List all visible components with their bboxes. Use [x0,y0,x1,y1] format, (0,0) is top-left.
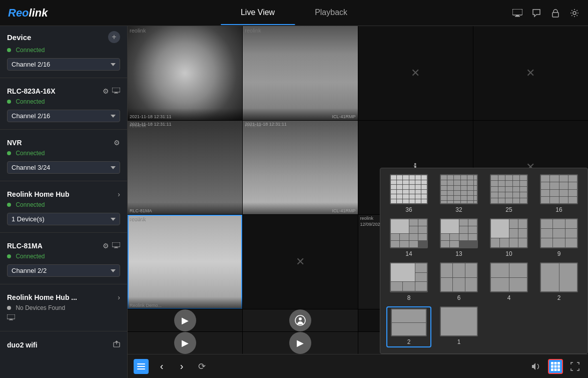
grid-option-6[interactable]: for(let i=0;i<6;i++) document.write('<di… [436,262,481,301]
svg-rect-19 [137,368,145,369]
grid-25-label: 25 [505,206,512,213]
svg-rect-1 [516,15,519,16]
camera-cell-14[interactable] [243,309,357,331]
hub2-status: No Devices Found [16,304,65,311]
device-nvr-name: NVR [7,139,22,147]
camera-cell-5[interactable]: reolink 2021-11-18 12:31:11 RLC-81MA [128,121,242,215]
next-button[interactable]: › [175,359,189,373]
prev-button[interactable]: ‹ [155,359,169,373]
grid-option-4[interactable]: for(let i=0;i<4;i++) document.write('<di… [486,262,531,301]
device-rlc81-section: RLC-81MA ⚙ Connected Channel 2/2 [0,237,127,280]
svg-rect-21 [554,362,557,364]
camera-cell-18[interactable]: ▶ [243,332,357,354]
camera-cell-3[interactable]: ✕ [358,26,473,120]
content-area: reolink 2021-11-18 12:31:11 reolink ICL-… [128,26,588,378]
home-hub2-name: Reolink Home Hub ... [7,293,77,301]
duo2-icons [113,340,120,349]
grid-8-label: 8 [407,294,411,301]
grid-option-1[interactable]: 1 [436,306,481,347]
chevron-right-icon[interactable]: › [118,190,120,198]
camera-cell-17[interactable]: ▶ [128,332,242,354]
camera-cell-9[interactable]: reolink 2021-11-18 12:31:11 Reolink Demo… [128,215,242,309]
grid-option-2a[interactable]: 2 [536,262,581,301]
play-btn-17[interactable]: ▶ [174,332,196,354]
chevron-right-icon-2[interactable]: › [118,293,120,301]
device-rlc-row: RLC-823A-16X ⚙ [7,87,120,95]
svg-point-4 [573,12,576,15]
device-rlc81-name: RLC-81MA [7,242,43,250]
svg-rect-11 [7,314,15,319]
grid-option-32[interactable]: for(let i=0;i<36;i++) document.write('<d… [436,174,481,213]
tab-live-view[interactable]: Live View [221,1,295,25]
svg-rect-10 [114,248,118,248]
monitor-icon[interactable] [512,8,523,19]
lock-icon[interactable] [550,8,561,19]
device-nvr-icons: ⚙ [114,139,120,147]
grid-layout-button[interactable] [548,359,563,374]
grid-16-label: 16 [555,206,562,213]
header: Reolink Live View Playback [0,0,588,26]
grid-9-label: 9 [557,250,561,257]
play-btn-13[interactable]: ▶ [174,309,196,331]
channel-select-nvr[interactable]: Channel 3/24 [7,161,120,174]
channel-select-rlc81[interactable]: Channel 2/2 [7,264,120,277]
home-hub2-section: Reolink Home Hub ... › No Devices Found [0,288,127,327]
volume-button[interactable] [529,359,543,373]
channel-select-rlc[interactable]: Channel 2/16 [7,110,120,122]
device-section: Device + Connected Channel 2/16 [0,26,127,74]
camera-cell-2[interactable]: reolink ICL-41RMP [243,26,357,120]
add-device-button[interactable]: + [108,31,120,43]
reolink-logo: Reolink [8,7,48,20]
export-icon-duo2[interactable] [113,340,120,349]
gear-icon-rlc81[interactable]: ⚙ [103,242,109,250]
svg-rect-0 [512,9,522,15]
svg-point-16 [299,317,302,320]
channel-select-hub[interactable]: 1 Device(s) [7,213,120,225]
fullscreen-button[interactable] [568,359,582,373]
tab-playback[interactable]: Playback [295,1,367,25]
grid-option-13[interactable]: 13 [436,218,481,257]
gear-icon-rlc[interactable]: ⚙ [103,87,109,95]
home-hub-section: Reolink Home Hub › Connected 1 Device(s) [0,185,127,228]
grid-option-8[interactable]: 8 [386,262,431,301]
svg-rect-9 [115,247,118,248]
play-btn-18[interactable]: ▶ [289,332,311,354]
status-dot-hub [7,203,11,207]
grid-10-label: 10 [505,250,512,257]
chat-icon[interactable] [531,8,542,19]
sidebar: Device + Connected Channel 2/16 RLC-823A… [0,26,128,378]
monitor-icon-rlc[interactable] [112,87,120,95]
hub-status: Connected [16,201,45,208]
camera-cell-1[interactable]: reolink 2021-11-18 12:31:11 [128,26,242,120]
grid-option-25[interactable]: for(let i=0;i<25;i++) document.write('<d… [486,174,531,213]
camera-cell-6[interactable]: reolink 2021-11-18 12:31:11 ICL-41RMP [243,121,357,215]
svg-rect-12 [10,319,13,320]
grid-option-36[interactable]: for(let i=0;i<36;i++) document.write('<d… [386,174,431,213]
grid-13-label: 13 [455,250,462,257]
grid-option-14[interactable]: 14 [386,218,431,257]
rlc-status: Connected [16,98,45,105]
nvr-status: Connected [16,150,45,157]
grid-option-9[interactable]: for(let i=0;i<9;i++) document.write('<di… [536,218,581,257]
channel-select-1[interactable]: Channel 2/16 [7,58,120,71]
duo2-section: duo2 wifi [0,335,127,352]
grid-option-10[interactable]: 10 [486,218,531,257]
cam9-timestamp: 2021-11-18 12:31:11 [130,216,172,221]
camera-cell-13[interactable]: ▶ [128,309,242,331]
device-header: Device + [7,31,120,43]
svg-rect-7 [114,93,118,94]
camera-cell-10[interactable]: ✕ [243,215,357,309]
refresh-button[interactable]: ⟳ [195,359,209,373]
rlc81-status: Connected [16,253,45,260]
play-btn-14[interactable] [289,309,311,331]
cam1-timestamp: 2021-11-18 12:31:11 [130,114,172,119]
menu-button[interactable] [134,359,149,374]
grid-option-16[interactable]: for(let i=0;i<16;i++) document.write('<d… [536,174,581,213]
camera-cell-4[interactable]: ✕ [473,26,588,120]
cam10-offline-icon: ✕ [296,255,305,268]
gear-icon-nvr[interactable]: ⚙ [114,139,120,147]
grid-option-2b[interactable]: 2 [386,306,431,347]
monitor-icon-rlc81[interactable] [112,242,120,250]
grid-picker: for(let i=0;i<36;i++) document.write('<d… [380,168,588,354]
settings-icon[interactable] [569,8,580,19]
